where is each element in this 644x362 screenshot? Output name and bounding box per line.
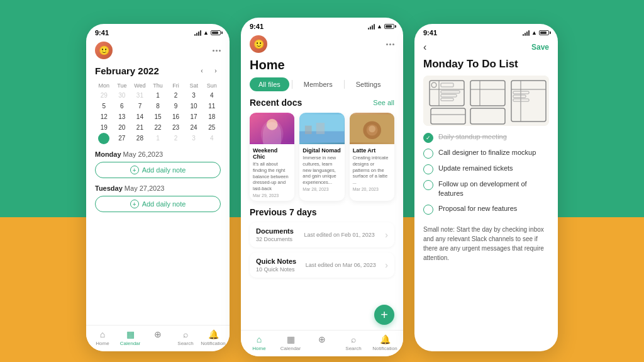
add-note-button-2[interactable]: + Add daily note <box>95 196 221 212</box>
sketch-svg <box>423 76 549 126</box>
status-icons-right: ▲ <box>523 30 549 36</box>
cal-day[interactable]: 5 <box>95 101 113 111</box>
cal-day[interactable]: 4 <box>203 133 221 144</box>
prev7-name-2: Quick Notes <box>256 257 296 265</box>
cal-day[interactable]: 22 <box>149 122 167 133</box>
phone-home: 9:41 ▲ 🙂 Home All files Membe <box>241 18 403 356</box>
cal-day[interactable]: 14 <box>131 111 149 122</box>
cal-day[interactable]: 2 <box>167 133 185 144</box>
cal-day[interactable]: 21 <box>131 122 149 133</box>
cal-day[interactable]: 3 <box>185 133 203 144</box>
tab-all-files[interactable]: All files <box>250 77 289 91</box>
cal-day[interactable]: 27 <box>113 133 131 144</box>
calendar-icon: ▦ <box>126 329 135 339</box>
cal-day[interactable]: 1 <box>149 90 167 101</box>
cal-day[interactable]: 16 <box>167 111 185 122</box>
nav-search-left[interactable]: ⌕ Search <box>172 329 199 346</box>
calendar-icon-center: ▦ <box>287 334 295 344</box>
todo-checkbox-2[interactable] <box>423 149 433 159</box>
cal-day[interactable]: 20 <box>113 122 131 133</box>
doc-card-1[interactable]: Weekend Chic It's all about finding the … <box>250 113 294 201</box>
todo-checkbox-4[interactable] <box>423 180 433 190</box>
nav-home-center[interactable]: ⌂ Home <box>243 334 275 351</box>
event-day-2: Tuesday May 27,2023 <box>95 184 221 192</box>
chevron-right-icon-2: › <box>385 260 388 270</box>
cal-day[interactable]: 8 <box>149 101 167 111</box>
cal-day[interactable]: 24 <box>185 122 203 133</box>
todo-note: Small note: Start the day by checking in… <box>414 220 558 268</box>
calendar-week-2: 5 6 7 8 9 10 11 <box>95 101 221 111</box>
prev7-left-2: Quick Notes 10 Quick Notes <box>256 257 296 273</box>
doc-card-3[interactable]: Latte Art Creating intricate designs or … <box>350 113 394 201</box>
cal-day[interactable]: 6 <box>113 101 131 111</box>
nav-home-left[interactable]: ⌂ Home <box>89 329 116 346</box>
nav-notification-center[interactable]: 🔔 Notification <box>369 334 401 351</box>
cal-day[interactable]: 23 <box>167 122 185 133</box>
cal-day[interactable]: 31 <box>131 90 149 101</box>
cal-day[interactable]: 1 <box>149 133 167 144</box>
nav-home-label: Home <box>96 341 109 346</box>
recent-docs-title: Recent docs <box>250 98 302 108</box>
cal-day[interactable]: 9 <box>167 101 185 111</box>
prev7-item-1[interactable]: Documents 32 Documents Last edited on Fe… <box>250 222 394 247</box>
next-month-button[interactable]: › <box>211 66 221 76</box>
phones-container: 9:41 ▲ 🙂 February 2022 ‹ <box>0 0 644 356</box>
todo-checkbox-5[interactable] <box>423 205 433 215</box>
calendar-week-5: 26 27 28 1 2 3 4 <box>95 133 221 144</box>
back-button[interactable]: ‹ <box>423 42 426 53</box>
nav-search-center[interactable]: ⌕ Search <box>338 334 369 351</box>
see-all-button[interactable]: See all <box>373 99 394 106</box>
cal-day[interactable]: 28 <box>131 133 149 144</box>
todo-checkbox-1[interactable] <box>423 133 433 143</box>
doc-date-2: Mar 28, 2023 <box>303 187 341 191</box>
cal-day[interactable]: 18 <box>203 111 221 122</box>
prev7-edited-1: Last edited on Feb 01, 2023 <box>304 232 375 238</box>
add-icon: ⊕ <box>154 329 162 339</box>
add-note-button-1[interactable]: + Add daily note <box>95 162 221 178</box>
cal-day[interactable]: 7 <box>131 101 149 111</box>
cal-day-today[interactable]: 26 <box>98 133 109 144</box>
cal-day[interactable]: 12 <box>95 111 113 122</box>
svg-point-3 <box>267 119 278 130</box>
cal-day[interactable]: 30 <box>113 90 131 101</box>
cal-day[interactable]: 4 <box>203 90 221 101</box>
todo-item-3: Update remained tickets <box>423 164 549 174</box>
recent-docs-header: Recent docs See all <box>241 98 403 113</box>
plus-circle-icon-2: + <box>130 200 139 208</box>
add-icon-center: ⊕ <box>318 334 326 344</box>
todo-checkbox-3[interactable] <box>423 164 433 174</box>
app-header-left: 🙂 <box>86 39 230 63</box>
cal-day[interactable]: 11 <box>203 101 221 111</box>
save-button[interactable]: Save <box>531 43 549 52</box>
tab-divider-2 <box>344 80 345 89</box>
nav-search-label-center: Search <box>345 346 361 351</box>
nav-add-center[interactable]: ⊕ <box>306 334 338 351</box>
cal-day[interactable]: 29 <box>95 90 113 101</box>
cal-day[interactable]: 17 <box>185 111 203 122</box>
more-menu-left[interactable] <box>213 50 221 52</box>
prev7-item-2[interactable]: Quick Notes 10 Quick Notes Last edited o… <box>250 252 394 278</box>
cal-day[interactable]: 3 <box>185 90 203 101</box>
status-bar-center: 9:41 ▲ <box>241 18 403 33</box>
nav-notification-left[interactable]: 🔔 Notification <box>199 329 227 346</box>
cal-day[interactable]: 19 <box>95 122 113 133</box>
cal-day[interactable]: 10 <box>185 101 203 111</box>
calendar-header: February 2022 ‹ › <box>95 65 221 76</box>
nav-calendar-center[interactable]: ▦ Calendar <box>275 334 306 351</box>
cal-day[interactable]: 15 <box>149 111 167 122</box>
nav-add-left[interactable]: ⊕ <box>144 329 172 346</box>
signal-icon <box>194 30 201 36</box>
doc-info-1: Weekend Chic It's all about finding the … <box>250 144 294 201</box>
more-menu-center[interactable] <box>386 43 394 45</box>
prev-month-button[interactable]: ‹ <box>197 66 207 76</box>
cal-day[interactable]: 13 <box>113 111 131 122</box>
cal-day[interactable]: 2 <box>167 90 185 101</box>
chevron-right-icon-1: › <box>385 230 388 240</box>
doc-card-2[interactable]: Digital Nomad Immerse in new cultures, l… <box>299 113 344 201</box>
cal-day[interactable]: 25 <box>203 122 221 133</box>
nav-calendar-left[interactable]: ▦ Calendar <box>116 329 144 346</box>
fab-add-button[interactable]: + <box>374 305 394 325</box>
tab-members[interactable]: Members <box>295 77 341 91</box>
doc-desc-3: Creating intricate designs or patterns o… <box>353 155 391 186</box>
tab-settings[interactable]: Settings <box>347 77 390 91</box>
